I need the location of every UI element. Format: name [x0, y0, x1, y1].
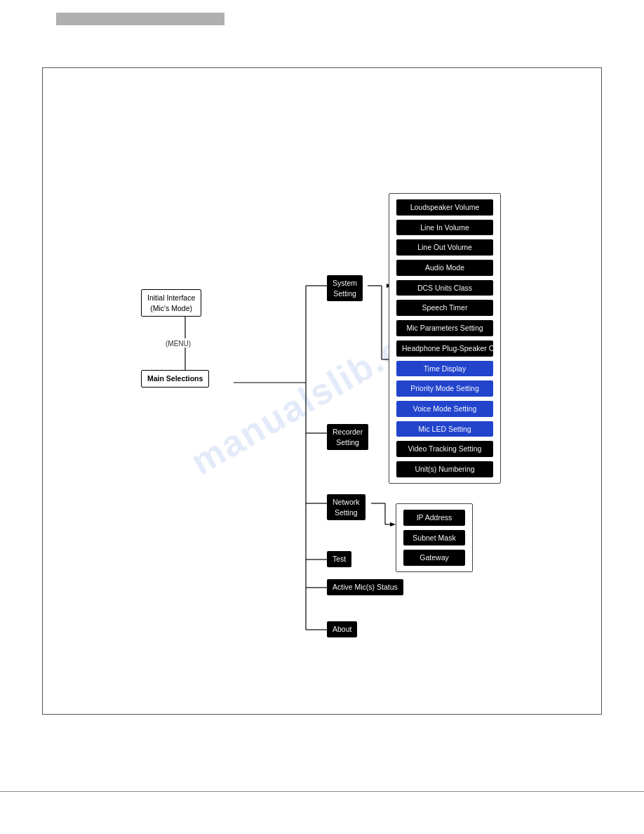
- net-item-ip: IP Address: [403, 510, 465, 526]
- recorder-setting-label: RecorderSetting: [327, 424, 368, 450]
- sys-item-headphone: Headphone Plug-Speaker Off: [396, 340, 493, 357]
- main-frame: manualslib.com: [42, 67, 602, 715]
- sys-item-linein: Line In Volume: [396, 220, 493, 236]
- sys-item-micled: Mic LED Setting: [396, 421, 493, 437]
- system-setting-group: Loudspeaker Volume Line In Volume Line O…: [389, 193, 501, 484]
- sys-item-dcs: DCS Units Class: [396, 280, 493, 296]
- sys-item-priority: Priority Mode Setting: [396, 380, 493, 397]
- sys-item-speech: Speech Timer: [396, 300, 493, 316]
- sys-item-unit: Unit(s) Numbering: [396, 461, 493, 477]
- main-selections-node: Main Selections: [141, 370, 209, 388]
- net-item-gateway: Gateway: [403, 550, 465, 566]
- sys-item-micparam: Mic Parameters Setting: [396, 320, 493, 336]
- menu-label: (MENU): [166, 339, 191, 348]
- about-label: About: [327, 621, 357, 637]
- sys-item-video: Video Tracking Setting: [396, 441, 493, 457]
- sys-item-audiomode: Audio Mode: [396, 260, 493, 276]
- menu-text: (MENU): [166, 340, 191, 348]
- diagram: Initial Interface(Mic's Mode) (MENU) Mai…: [57, 89, 587, 693]
- main-selections-label: Main Selections: [141, 370, 209, 388]
- active-mics-label: Active Mic(s) Status: [327, 579, 403, 595]
- top-bar: [56, 13, 224, 25]
- test-node: Test: [327, 551, 351, 567]
- connector-lines: [57, 89, 587, 693]
- test-label: Test: [327, 551, 351, 567]
- network-setting-label: NetworkSetting: [327, 494, 365, 520]
- sys-item-time: Time Display: [396, 361, 493, 377]
- network-setting-group: IP Address Subnet Mask Gateway: [396, 503, 473, 572]
- initial-interface-label: Initial Interface(Mic's Mode): [141, 289, 201, 317]
- svg-marker-17: [390, 522, 396, 527]
- net-item-subnet: Subnet Mask: [403, 530, 465, 546]
- initial-interface-node: Initial Interface(Mic's Mode): [141, 289, 201, 317]
- active-mics-node: Active Mic(s) Status: [327, 579, 403, 595]
- about-node: About: [327, 621, 357, 637]
- sys-item-voice: Voice Mode Setting: [396, 401, 493, 417]
- system-setting-node: SystemSetting: [327, 275, 363, 301]
- sys-item-loudspeaker: Loudspeaker Volume: [396, 199, 493, 216]
- sys-item-lineout: Line Out Volume: [396, 239, 493, 256]
- system-setting-label: SystemSetting: [327, 275, 363, 301]
- recorder-setting-node: RecorderSetting: [327, 424, 368, 450]
- network-setting-node: NetworkSetting: [327, 494, 365, 520]
